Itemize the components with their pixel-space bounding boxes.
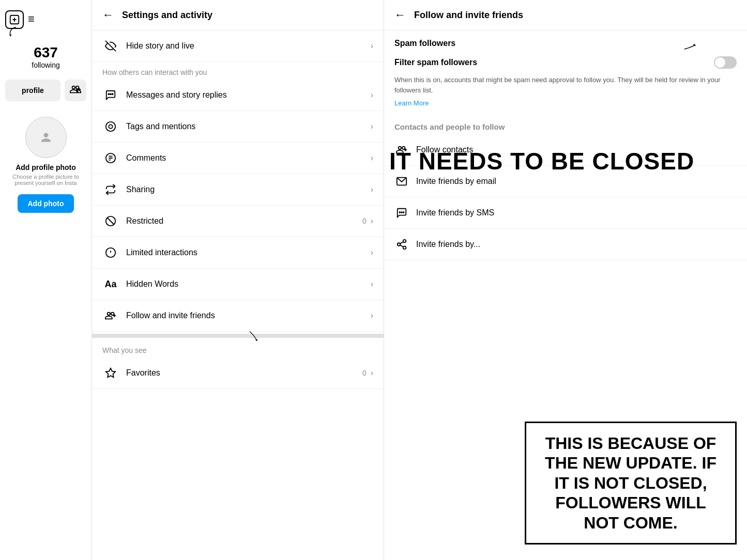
favorites-item[interactable]: Favorites 0 › xyxy=(92,357,384,389)
hidden-words-item[interactable]: Aa Hidden Words › xyxy=(92,269,384,300)
follow-invite-item[interactable]: Follow and invite friends › xyxy=(92,300,384,332)
svg-point-9 xyxy=(112,94,113,95)
svg-point-10 xyxy=(109,125,112,128)
middle-settings-panel: ← Settings and activity Hide story and l… xyxy=(92,0,384,560)
svg-line-29 xyxy=(400,245,403,247)
settings-header: ← Settings and activity xyxy=(92,0,384,30)
invite-sms-label: Invite friends by SMS xyxy=(416,208,494,217)
svg-line-30 xyxy=(400,242,403,244)
sharing-chevron: › xyxy=(371,185,373,194)
messages-replies-item[interactable]: Messages and story replies › xyxy=(92,80,384,111)
limited-label: Limited interactions xyxy=(126,248,371,257)
back-button-follow[interactable]: ← xyxy=(394,8,406,22)
hidden-words-icon: Aa xyxy=(102,276,119,292)
avatar xyxy=(25,117,67,158)
svg-point-8 xyxy=(110,94,111,95)
messages-icon xyxy=(102,87,119,103)
hide-story-item[interactable]: Hide story and live › xyxy=(92,30,384,62)
invite-other-icon xyxy=(394,237,409,252)
hidden-words-chevron: › xyxy=(371,279,373,289)
svg-point-25 xyxy=(403,212,404,213)
what-you-see-label: What you see xyxy=(92,340,384,357)
learn-more-link[interactable]: Learn More xyxy=(384,99,747,115)
sharing-label: Sharing xyxy=(126,185,371,194)
follow-invite-chevron: › xyxy=(371,311,373,320)
comments-label: Comments xyxy=(126,153,371,163)
hide-story-icon xyxy=(102,38,119,54)
svg-point-27 xyxy=(398,243,401,246)
hide-story-label: Hide story and live xyxy=(126,41,371,51)
edit-profile-button[interactable]: profile xyxy=(5,80,60,101)
svg-point-26 xyxy=(403,240,406,243)
limited-icon xyxy=(102,244,119,261)
how-others-section-label: How others can interact with you xyxy=(92,62,384,80)
invite-email-icon xyxy=(394,174,409,189)
restricted-badge: 0 xyxy=(362,217,367,225)
add-person-button[interactable] xyxy=(65,80,86,101)
following-number: 637 xyxy=(34,44,58,61)
filter-spam-toggle[interactable] xyxy=(714,56,737,69)
svg-point-24 xyxy=(401,212,402,213)
tags-mentions-item[interactable]: Tags and mentions › xyxy=(92,111,384,143)
invite-email-label: Invite friends by email xyxy=(416,177,496,186)
hide-story-chevron: › xyxy=(371,41,373,51)
favorites-icon xyxy=(102,365,119,381)
following-count-section: 637 following xyxy=(32,44,59,69)
limited-interactions-item[interactable]: Limited interactions › xyxy=(92,237,384,269)
restricted-item[interactable]: Restricted 0 › xyxy=(92,206,384,237)
add-profile-title: Add profile photo xyxy=(16,163,76,172)
follow-panel-header: ← Follow and invite friends xyxy=(384,0,747,30)
filter-spam-label: Filter spam followers xyxy=(394,58,477,67)
favorites-label: Favorites xyxy=(126,368,362,378)
update-annotation-box: THIS IS BECAUSE OF THE NEW UPDATE. IF IT… xyxy=(525,422,737,545)
invite-sms-icon xyxy=(394,206,409,220)
hidden-words-label: Hidden Words xyxy=(126,279,371,289)
follow-invite-label: Follow and invite friends xyxy=(126,311,371,320)
favorites-badge: 0 xyxy=(362,369,367,377)
svg-point-23 xyxy=(399,212,400,213)
right-follow-panel: ← Follow and invite friends Spam followe… xyxy=(384,0,747,560)
update-annotation-text: THIS IS BECAUSE OF THE NEW UPDATE. IF IT… xyxy=(537,433,725,533)
invite-sms-item[interactable]: Invite friends by SMS xyxy=(384,197,747,229)
left-sidebar: ≡ 637 following profile Add profile phot… xyxy=(0,0,92,560)
svg-point-7 xyxy=(108,94,109,95)
svg-point-28 xyxy=(403,246,406,250)
hamburger-menu-icon[interactable]: ≡ xyxy=(28,12,35,26)
svg-line-13 xyxy=(108,218,114,225)
add-photo-button[interactable]: Add photo xyxy=(18,194,74,213)
following-label: following xyxy=(32,61,59,69)
sharing-item[interactable]: Sharing › xyxy=(92,174,384,206)
needs-closed-annotation: IT NEEDS TO BE CLOSED xyxy=(389,147,694,175)
restricted-chevron: › xyxy=(371,216,373,226)
back-button-settings[interactable]: ← xyxy=(102,8,114,22)
follow-panel-title: Follow and invite friends xyxy=(414,10,523,21)
tags-icon xyxy=(102,118,119,135)
comments-chevron: › xyxy=(371,153,373,163)
comments-icon xyxy=(102,150,119,166)
contacts-section-title: Contacts and people to follow xyxy=(384,115,747,134)
favorites-chevron: › xyxy=(371,368,373,378)
messages-label: Messages and story replies xyxy=(126,90,371,100)
restricted-label: Restricted xyxy=(126,216,362,226)
arrow-annotation-1 xyxy=(7,26,19,39)
messages-chevron: › xyxy=(371,90,373,100)
limited-chevron: › xyxy=(371,248,373,257)
tags-label: Tags and mentions xyxy=(126,122,371,131)
add-profile-subtitle: Choose a profile picture to present your… xyxy=(0,174,92,186)
invite-other-item[interactable]: Invite friends by... xyxy=(384,229,747,260)
settings-title: Settings and activity xyxy=(122,10,212,21)
arrow-annotation-follow xyxy=(248,331,260,344)
tags-chevron: › xyxy=(371,122,373,131)
follow-invite-icon xyxy=(102,307,119,324)
sharing-icon xyxy=(102,181,119,198)
profile-actions-row: profile xyxy=(0,80,92,101)
restricted-icon xyxy=(102,213,119,229)
filter-spam-desc: When this is on, accounts that might be … xyxy=(384,75,747,99)
svg-marker-19 xyxy=(106,368,115,377)
invite-other-label: Invite friends by... xyxy=(416,240,480,249)
section-divider xyxy=(92,334,384,338)
comments-item[interactable]: Comments › xyxy=(92,143,384,174)
